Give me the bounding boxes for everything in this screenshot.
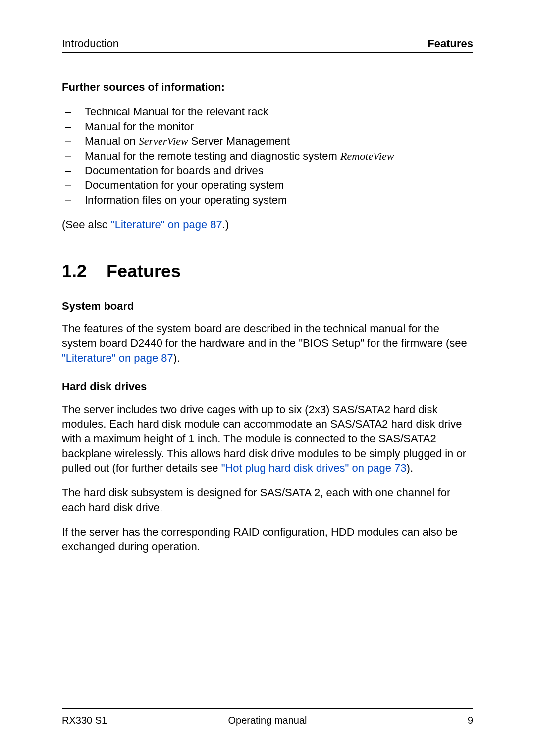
see-also-paragraph: (See also "Literature" on page 87.)	[62, 217, 473, 232]
list-text-italic: ServerView	[139, 135, 188, 147]
list-text: Information files on your operating syst…	[85, 194, 287, 206]
system-board-paragraph: The features of the system board are des…	[62, 322, 473, 366]
footer: RX330 S1 Operating manual 9	[62, 708, 473, 726]
list-item: Documentation for your operating system	[62, 178, 473, 193]
list-item: Documentation for boards and drives	[62, 163, 473, 178]
running-header: Introduction Features	[62, 37, 473, 53]
list-text: Documentation for your operating system	[85, 179, 284, 191]
see-also-pre: (See also	[62, 218, 111, 231]
list-text-pre: Manual for the remote testing and diagno…	[85, 150, 340, 162]
list-item: Technical Manual for the relevant rack	[62, 105, 473, 119]
list-item: Manual on ServerView Server Management	[62, 134, 473, 149]
see-also-link[interactable]: "Literature" on page 87	[111, 218, 222, 231]
sb-link[interactable]: "Literature" on page 87	[62, 352, 173, 364]
system-board-heading: System board	[62, 300, 473, 313]
hdd-heading: Hard disk drives	[62, 380, 473, 393]
section-number: 1.2	[62, 261, 107, 282]
list-text-post: Server Management	[188, 135, 290, 147]
hdd-p1-link[interactable]: "Hot plug hard disk drives" on page 73	[221, 462, 407, 474]
section-heading: 1.2Features	[62, 261, 473, 282]
list-text: Manual for the monitor	[85, 120, 194, 133]
list-item: Manual for the monitor	[62, 119, 473, 134]
sb-text-pre: The features of the system board are des…	[62, 323, 467, 350]
see-also-post: .)	[222, 218, 229, 231]
section-title-text: Features	[107, 261, 181, 281]
footer-left: RX330 S1	[62, 715, 107, 726]
hdd-paragraph-2: The hard disk subsystem is designed for …	[62, 486, 473, 515]
further-sources-list: Technical Manual for the relevant rack M…	[62, 105, 473, 208]
list-text-pre: Manual on	[85, 135, 139, 147]
sb-text-post: ).	[173, 352, 180, 364]
list-item: Information files on your operating syst…	[62, 193, 473, 208]
hdd-p1-post: ).	[407, 462, 413, 474]
hdd-paragraph-3: If the server has the corresponding RAID…	[62, 525, 473, 554]
footer-center: Operating manual	[62, 715, 473, 726]
list-text: Technical Manual for the relevant rack	[85, 106, 268, 118]
header-left: Introduction	[62, 37, 119, 50]
header-right: Features	[428, 37, 473, 50]
page: Introduction Features Further sources of…	[0, 0, 535, 756]
hdd-paragraph-1: The server includes two drive cages with…	[62, 402, 473, 476]
list-text-italic: RemoteView	[340, 150, 394, 162]
list-item: Manual for the remote testing and diagno…	[62, 149, 473, 163]
further-sources-heading: Further sources of information:	[62, 81, 473, 94]
footer-page-number: 9	[468, 715, 473, 726]
list-text: Documentation for boards and drives	[85, 164, 264, 177]
